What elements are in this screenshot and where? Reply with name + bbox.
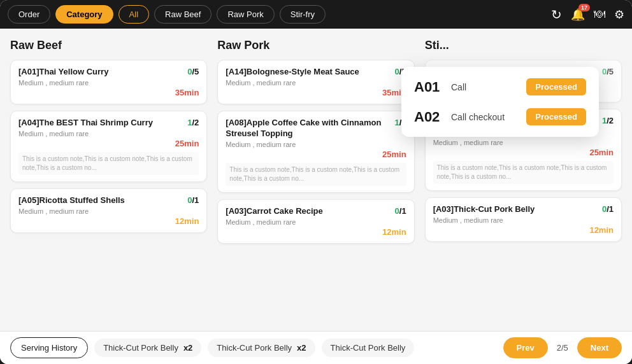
card-a14-bolognese[interactable]: [A14]Bolognese-Style Meat Sauce 0/5 Medi… (217, 60, 414, 104)
card-a03-pork-belly[interactable]: [A03]Thick-Cut Pork Belly 0/1 Medium , m… (425, 197, 622, 242)
card-a04-sub: Medium , medium rare (18, 130, 199, 137)
card-a03-pork-time: 12min (433, 225, 614, 235)
card-a01-pork-sub: Medium , medium rare (433, 139, 614, 146)
card-a03-pork-sub: Medium , medium rare (433, 216, 614, 224)
card-a03-count: 0/1 (395, 206, 406, 216)
card-a05-time: 12min (18, 216, 199, 226)
page-indicator: 2/5 (554, 343, 571, 353)
serving-item-1-name: Thick-Cut Pork Belly (103, 343, 178, 353)
card-a14-sub: Medium , medium rare (226, 79, 406, 87)
settings-icon[interactable]: ⚙ (614, 8, 624, 22)
serving-item-2-name: Thick-Cut Pork Belly (217, 343, 292, 353)
card-a01-pork-note: This is a custom note,This is a custom n… (433, 161, 614, 184)
serving-item-2-qty: x2 (297, 343, 306, 353)
bottom-bar: Serving History Thick-Cut Pork Belly x2 … (0, 331, 632, 364)
app-container: Order Category All Raw Beef Raw Pork Sti… (0, 0, 632, 364)
nav-rawbeef-button[interactable]: Raw Beef (154, 5, 212, 24)
popup-a02-action: Call checkout (451, 112, 526, 122)
nav-stirfry-button[interactable]: Stir-fry (280, 5, 326, 24)
popup-a02-table: A02 (414, 109, 446, 125)
card-a01-pork-count: 1/2 (602, 116, 614, 125)
card-a01-thai-curry[interactable]: [A01]Thai Yellow Curry 0/5 Medium , medi… (10, 60, 207, 104)
popup-a01-action: Call (451, 82, 526, 92)
nav-icons: ↻ 🔔 17 🍽 ⚙ (551, 7, 624, 22)
notification-badge: 17 (578, 4, 590, 11)
serving-item-1: Thick-Cut Pork Belly x2 (94, 339, 201, 357)
bell-icon[interactable]: 🔔 17 (571, 8, 585, 22)
refresh-icon[interactable]: ↻ (551, 7, 562, 22)
card-a08-note: This is a custom note,This is a custom n… (226, 163, 406, 186)
serving-history-button[interactable]: Serving History (10, 337, 88, 358)
card-a01-time: 35min (18, 88, 199, 97)
column-stir-fry-title: Sti... (425, 39, 622, 52)
card-a08-sub: Medium , medium rare (226, 141, 406, 148)
card-a05-count: 0/1 (187, 195, 199, 205)
card-a04-count: 1/2 (187, 118, 199, 127)
card-a03-carrot-cake[interactable]: [A03]Carrot Cake Recipe 0/1 Medium , med… (217, 199, 414, 244)
next-button[interactable]: Next (577, 337, 622, 358)
top-nav: Order Category All Raw Beef Raw Pork Sti… (0, 0, 632, 29)
column-raw-beef-title: Raw Beef (10, 39, 207, 52)
card-a01-count: 0/5 (187, 67, 199, 76)
call-popup: A01 Call Processed A02 Call checkout Pro… (401, 67, 599, 137)
card-a01-name: [A01]Thai Yellow Curry (18, 67, 182, 78)
card-a01-sub: Medium , medium rare (18, 79, 199, 87)
card-a04-note: This is a custom note,This is a custom n… (18, 152, 199, 175)
card-a05-sub: Medium , medium rare (18, 207, 199, 215)
serving-item-3: Thick-Cut Pork Belly (322, 339, 415, 357)
card-a04-name: [A04]The BEST Thai Shrimp Curry (18, 118, 182, 129)
prev-button[interactable]: Prev (503, 337, 548, 358)
card-a03-name: [A03]Carrot Cake Recipe (226, 206, 389, 217)
card-a14-time: 35min (226, 88, 406, 97)
card-a05-ricotta[interactable]: [A05]Ricotta Stuffed Shells 0/1 Medium ,… (10, 188, 207, 233)
serving-item-1-qty: x2 (183, 343, 192, 353)
nav-order-button[interactable]: Order (8, 5, 50, 24)
card-a01-pork-time: 25min (433, 148, 614, 157)
food-icon[interactable]: 🍽 (594, 8, 605, 21)
card-a05-name: [A05]Ricotta Stuffed Shells (18, 195, 182, 206)
card-a08-coffee-cake[interactable]: [A08]Apple Coffee Cake with Cinnamon Str… (217, 111, 414, 193)
popup-row-a02: A02 Call checkout Processed (408, 103, 592, 130)
column-raw-pork: Raw Pork [A14]Bolognese-Style Meat Sauce… (217, 39, 414, 321)
column-raw-beef: Raw Beef [A01]Thai Yellow Curry 0/5 Medi… (10, 39, 207, 321)
serving-item-2: Thick-Cut Pork Belly x2 (208, 339, 315, 357)
content-area: Raw Beef [A01]Thai Yellow Curry 0/5 Medi… (0, 29, 632, 331)
nav-all-button[interactable]: All (118, 5, 149, 24)
card-a04-time: 25min (18, 139, 199, 148)
popup-a01-table: A01 (414, 79, 446, 95)
nav-rawpork-button[interactable]: Raw Pork (217, 5, 274, 24)
card-a04-shrimp-curry[interactable]: [A04]The BEST Thai Shrimp Curry 1/2 Medi… (10, 111, 207, 182)
popup-a01-processed-button[interactable]: Processed (526, 78, 586, 95)
serving-item-3-name: Thick-Cut Pork Belly (331, 343, 406, 353)
popup-row-a01: A01 Call Processed (408, 73, 592, 101)
column-raw-pork-title: Raw Pork (217, 39, 414, 52)
card-a03-sub: Medium , medium rare (226, 218, 406, 226)
popup-a02-processed-button[interactable]: Processed (526, 108, 586, 125)
card-a03-time: 12min (226, 227, 406, 237)
card-a14-name: [A14]Bolognese-Style Meat Sauce (226, 67, 389, 78)
card-a03-pork-name: [A03]Thick-Cut Pork Belly (433, 204, 597, 215)
card-a08-time: 25min (226, 150, 406, 159)
card-a08-name: [A08]Apple Coffee Cake with Cinnamon Str… (226, 118, 389, 139)
card-a03-pork-count: 0/1 (602, 204, 614, 214)
card-mushroom-count: 0/5 (602, 67, 614, 76)
nav-category-button[interactable]: Category (55, 5, 113, 24)
